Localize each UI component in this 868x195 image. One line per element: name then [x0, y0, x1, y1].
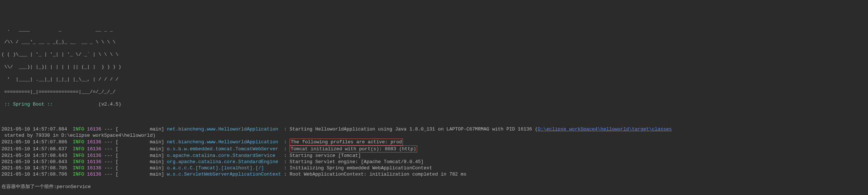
- log-message: Starting HelloworldApplication using Jav…: [290, 126, 538, 132]
- log-logger: o.a.c.c.C.[Tomcat].[localhost].[/]: [167, 165, 281, 171]
- log-separator: ---: [101, 146, 116, 152]
- log-logger: net.biancheng.www.HelloworldApplication: [167, 126, 281, 132]
- log-colon: :: [281, 146, 290, 152]
- log-timestamp: 2021-05-10 14:57:08.637: [1, 146, 67, 152]
- log-line: 2021-05-10 14:57:07.886 INFO 16136 --- […: [1, 139, 867, 146]
- spring-boot-version: (v2.4.5): [56, 102, 121, 107]
- banner-line: =========|_|==============|___/=/_/_/_/: [1, 89, 867, 95]
- log-message: Initializing Spring embedded WebApplicat…: [290, 165, 432, 171]
- banner-line: \\/ ___)| |_)| | | | | || (_| | ) ) ) ): [1, 64, 867, 70]
- log-message-continuation: started by 79330 in D:\eclipse workSpace…: [1, 132, 867, 139]
- log-logger: org.apache.catalina.core.StandardEngine: [167, 159, 281, 165]
- blank-line: [1, 114, 867, 120]
- log-pid: 16136: [87, 146, 101, 152]
- banner-line: /\\ / ___'_ __ _ _(_)_ __ __ _ \ \ \ \: [1, 39, 867, 45]
- log-logger: o.apache.catalina.core.StandardService: [167, 153, 281, 158]
- banner-line: . ____ _ __ _ _: [1, 26, 867, 33]
- file-path-link[interactable]: D:\eclipse workSpace4\helloworld\target\…: [538, 126, 672, 132]
- log-colon: :: [281, 159, 290, 165]
- log-timestamp: 2021-05-10 14:57:08.706: [1, 172, 67, 177]
- log-colon: :: [281, 165, 290, 171]
- log-logger: w.s.c.ServletWebServerApplicationContext: [167, 172, 281, 177]
- log-pid: 16136: [87, 153, 101, 158]
- log-line: 2021-05-10 14:57:08.643 INFO 16136 --- […: [1, 159, 867, 165]
- log-level: INFO: [73, 139, 84, 145]
- banner-line: ( ( )\___ | '_ | '_| | '_ \/ _` | \ \ \ …: [1, 51, 867, 58]
- log-line: 2021-05-10 14:57:08.706 INFO 16136 --- […: [1, 171, 867, 177]
- log-separator: ---: [101, 165, 116, 171]
- log-timestamp: 2021-05-10 14:57:07.884: [1, 126, 67, 132]
- log-colon: :: [281, 153, 290, 158]
- log-line: 2021-05-10 14:57:08.637 INFO 16136 --- […: [1, 146, 867, 152]
- log-pid: 16136: [87, 172, 101, 177]
- log-thread: [ main]: [116, 153, 164, 158]
- log-thread: [ main]: [116, 165, 164, 171]
- log-thread: [ main]: [116, 159, 164, 165]
- log-message: The following profiles are active: prod: [291, 139, 402, 145]
- log-level: INFO: [73, 172, 84, 177]
- log-level: INFO: [73, 146, 84, 152]
- log-timestamp: 2021-05-10 14:57:08.643: [1, 159, 67, 165]
- log-thread: [ main]: [116, 172, 164, 177]
- log-separator: ---: [101, 172, 116, 177]
- log-logger: o.s.b.w.embedded.tomcat.TomcatWebServer: [167, 146, 281, 152]
- log-pid: 16136: [87, 139, 101, 145]
- log-timestamp: 2021-05-10 14:57:08.705: [1, 165, 67, 171]
- log-separator: ---: [101, 139, 116, 145]
- log-separator: ---: [101, 153, 116, 158]
- log-timestamp: 2021-05-10 14:57:08.643: [1, 153, 67, 158]
- log-level: INFO: [73, 165, 84, 171]
- custom-stdout-line: 在容器中添加了一个组件:peronService: [1, 184, 867, 190]
- log-thread: [ main]: [116, 126, 164, 132]
- spring-boot-label: :: Spring Boot ::: [1, 102, 56, 107]
- log-line: 2021-05-10 14:57:08.705 INFO 16136 --- […: [1, 165, 867, 171]
- log-pid: 16136: [87, 126, 101, 132]
- log-colon: :: [281, 172, 290, 177]
- log-line: 2021-05-10 14:57:07.884 INFO 16136 --- […: [1, 126, 867, 132]
- banner-line: ' |____| .__|_| |_|_| |_\__, | / / / /: [1, 76, 867, 82]
- log-level: INFO: [73, 126, 84, 132]
- log-line: 2021-05-10 14:57:08.643 INFO 16136 --- […: [1, 152, 867, 159]
- log-message: Starting service [Tomcat]: [290, 153, 361, 158]
- log-thread: [ main]: [116, 146, 164, 152]
- log-separator: ---: [101, 126, 116, 132]
- log-colon: :: [281, 139, 290, 145]
- log-timestamp: 2021-05-10 14:57:07.886: [1, 139, 67, 145]
- log-pid: 16136: [87, 165, 101, 171]
- log-separator: ---: [101, 159, 116, 165]
- banner-footer: :: Spring Boot :: (v2.4.5): [1, 101, 867, 107]
- log-message: Tomcat initialized with port(s): 8083 (h…: [291, 146, 416, 152]
- log-message: Root WebApplicationContext: initializati…: [290, 172, 467, 177]
- log-message: Starting Servlet engine: [Apache Tomcat/…: [290, 159, 424, 165]
- log-colon: :: [281, 126, 290, 132]
- highlighted-message: The following profiles are active: prod: [290, 139, 403, 146]
- highlighted-message: Tomcat initialized with port(s): 8083 (h…: [290, 146, 417, 152]
- log-thread: [ main]: [116, 139, 164, 145]
- log-logger: net.biancheng.www.HelloworldApplication: [167, 139, 281, 145]
- log-pid: 16136: [87, 159, 101, 165]
- log-level: INFO: [73, 153, 84, 158]
- log-level: INFO: [73, 159, 84, 165]
